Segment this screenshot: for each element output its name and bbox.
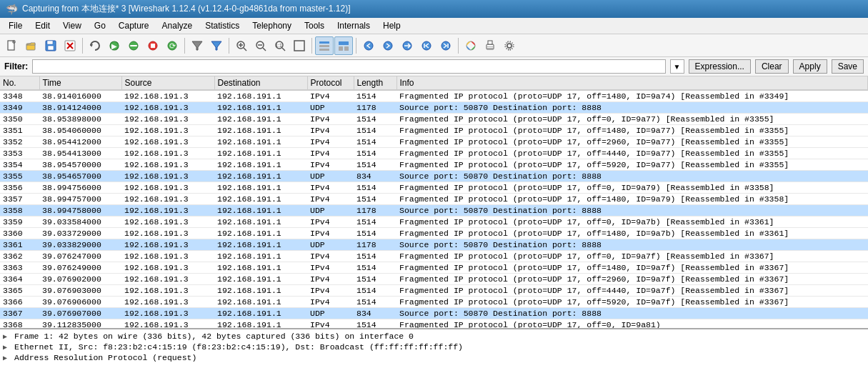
menu-tools[interactable]: Tools [299,19,330,32]
svg-rect-34 [339,46,343,51]
svg-text:1:1: 1:1 [275,43,282,48]
col-header-info[interactable]: Info [396,76,868,90]
restart-button[interactable]: ⟳ [163,36,181,55]
table-row[interactable]: 336639.076906000192.168.191.3192.168.191… [0,297,868,308]
filter-input[interactable] [32,59,665,74]
col-header-protocol[interactable]: Protocol [307,76,354,90]
table-row[interactable]: 336839.112835000192.168.191.3192.168.191… [0,319,868,329]
open-button[interactable] [22,36,41,55]
menu-help[interactable]: Help [377,19,406,32]
colorize-button[interactable] [462,36,480,55]
table-row[interactable]: 334838.914016000192.168.191.3192.168.191… [0,90,868,102]
reload-button[interactable] [86,36,104,55]
table-row[interactable]: 336439.076902000192.168.191.3192.168.191… [0,274,868,285]
svg-rect-46 [488,41,492,44]
detail-row-ethernet[interactable]: Ethernet II, Src: f8:23:b2:c4:15:19 (f8:… [3,342,865,352]
packet-table-container[interactable]: No. Time Source Destination Protocol Len… [0,76,868,328]
apply-button[interactable]: Apply [793,59,827,74]
col-header-no[interactable]: No. [0,76,39,90]
capture-interfaces-button[interactable]: ▶ [105,36,124,55]
menu-edit[interactable]: Edit [29,19,56,32]
capture-filter-button[interactable] [188,36,206,55]
menu-capture[interactable]: Capture [113,19,155,32]
filter-dropdown[interactable]: ▼ [670,59,684,74]
col-header-source[interactable]: Source [121,76,214,90]
new-button[interactable] [3,36,21,55]
table-row[interactable]: 335638.994756000192.168.191.3192.168.191… [0,182,868,194]
svg-rect-33 [339,41,349,45]
table-row[interactable]: 335238.954412000192.168.191.3192.168.191… [0,136,868,148]
svg-point-36 [364,41,373,50]
table-row[interactable]: 335338.954413000192.168.191.3192.168.191… [0,148,868,159]
table-row[interactable]: 335838.994758000192.168.191.3192.168.191… [0,205,868,217]
toolbar-separator-5 [356,38,356,54]
table-row[interactable]: 336239.076247000192.168.191.3192.168.191… [0,251,868,262]
details-panel: Frame 1: 42 bytes on wire (336 bits), 42… [0,328,868,378]
table-row[interactable]: 336539.076903000192.168.191.3192.168.191… [0,285,868,297]
menu-internals[interactable]: Internals [331,19,376,32]
capture-options-button[interactable] [124,36,143,55]
table-row[interactable]: 335939.033584000192.168.191.3192.168.191… [0,217,868,228]
detail-row-arp[interactable]: Address Resolution Protocol (request) [3,352,865,363]
expand-arp-icon[interactable] [3,354,11,362]
table-row[interactable]: 336139.033829000192.168.191.3192.168.191… [0,239,868,251]
svg-rect-35 [344,46,349,51]
toolbar-separator-4 [311,38,312,54]
svg-line-20 [244,48,246,51]
menu-go[interactable]: Go [89,19,111,32]
fullscreen-button[interactable] [290,36,309,55]
go-first-button[interactable] [417,36,436,55]
table-row[interactable]: 336339.076249000192.168.191.3192.168.191… [0,262,868,274]
col-header-time[interactable]: Time [39,76,121,90]
toolbar-separator-2 [184,38,185,54]
col-header-destination[interactable]: Destination [214,76,307,90]
save-filter-button[interactable]: Save [832,59,864,74]
menu-bar: File Edit View Go Capture Analyze Statis… [0,18,868,34]
expression-button[interactable]: Expression... [689,59,751,74]
toolbar: ▶ ⟳ 1:1 [0,34,868,57]
filter-label: Filter: [4,61,28,71]
menu-analyze[interactable]: Analyze [156,19,199,32]
svg-rect-32 [319,49,329,51]
clear-button[interactable]: Clear [755,59,789,74]
scroll-forward-button[interactable] [379,36,397,55]
col-header-length[interactable]: Length [354,76,396,90]
packet-details-button[interactable] [334,36,353,55]
title-bar: 🦈 Capturing from 本地连接* 3 [Wireshark 1.12… [0,0,868,18]
table-row[interactable]: 336039.033729000192.168.191.3192.168.191… [0,228,868,239]
packet-list-button[interactable] [315,36,334,55]
svg-rect-29 [294,41,304,51]
table-row[interactable]: 334938.914124000192.168.191.3192.168.191… [0,102,868,114]
stop-button[interactable] [144,36,162,55]
zoom-out-button[interactable] [251,36,270,55]
expand-ethernet-icon[interactable] [3,343,11,352]
display-filter-button[interactable] [207,36,226,55]
detail-row-frame[interactable]: Frame 1: 42 bytes on wire (336 bits), 42… [3,331,865,342]
menu-view[interactable]: View [57,19,87,32]
table-row[interactable]: 335138.954060000192.168.191.3192.168.191… [0,125,868,136]
zoom-reset-button[interactable]: 1:1 [271,36,289,55]
table-row[interactable]: 335538.954657000192.168.191.3192.168.191… [0,171,868,182]
scroll-back-button[interactable] [359,36,378,55]
save-button[interactable] [41,36,60,55]
go-last-button[interactable] [437,36,455,55]
table-row[interactable]: 335438.954570000192.168.191.3192.168.191… [0,159,868,171]
svg-text:▶: ▶ [111,42,117,50]
menu-statistics[interactable]: Statistics [199,19,245,32]
table-row[interactable]: 336739.076907000192.168.191.3192.168.191… [0,308,868,319]
print-button[interactable] [481,36,499,55]
toolbar-separator-3 [229,38,229,54]
zoom-in-button[interactable] [232,36,251,55]
menu-file[interactable]: File [3,19,28,32]
svg-marker-17 [192,41,202,50]
goto-button[interactable] [398,36,416,55]
table-row[interactable]: 335038.953898000192.168.191.3192.168.191… [0,114,868,125]
table-row[interactable]: 335738.994757000192.168.191.3192.168.191… [0,194,868,205]
close-button[interactable] [61,36,79,55]
svg-rect-31 [319,45,329,47]
settings-button[interactable] [500,36,519,55]
menu-telephony[interactable]: Telephony [246,19,297,32]
expand-frame-icon[interactable] [3,332,11,341]
svg-rect-48 [487,48,493,49]
svg-rect-47 [487,46,493,47]
